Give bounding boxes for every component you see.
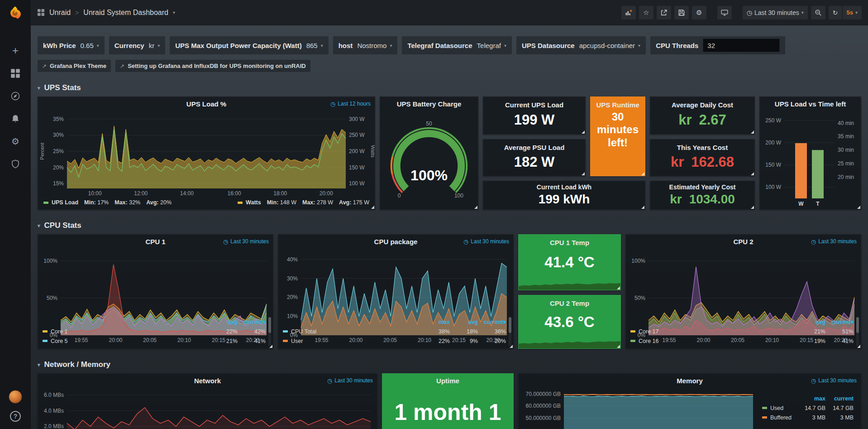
network-chart[interactable]: 2.0 MBs4.0 MBs6.0 MBs19:5520:0020:0520:1…	[38, 387, 377, 429]
grafana-logo[interactable]	[8, 0, 23, 26]
variable-host[interactable]: host Nostromo▾	[333, 36, 398, 54]
legend-swatch[interactable]	[283, 330, 288, 333]
panel-title[interactable]: Network	[194, 377, 221, 385]
configuration-gear-icon[interactable]: ⚙	[9, 135, 22, 148]
time-range-badge[interactable]: ◷ Last 30 minutes	[811, 374, 857, 387]
panel-title[interactable]: Estimated Yearly Cost	[650, 183, 754, 191]
cpu2-chart[interactable]: 0%50%100%19:5520:0020:0520:1020:1520:20	[626, 248, 861, 316]
section-cpu-stats[interactable]: ▾ CPU Stats	[38, 221, 861, 231]
time-picker[interactable]: ◷ Last 30 minutes ▾	[743, 6, 808, 19]
panel-title[interactable]: UPS Runtime	[591, 101, 645, 109]
legend-row[interactable]: Core 1721%51%	[630, 327, 854, 336]
panel-title[interactable]: CPU 1 Temp	[519, 239, 620, 246]
legend-item[interactable]: WattsMin: 148 WMax: 278 WAvg: 175 W	[238, 199, 369, 206]
legend-row[interactable]: Core 122%42%	[43, 327, 266, 336]
add-panel-button[interactable]	[621, 6, 636, 19]
section-ups-stats[interactable]: ▾ UPS Stats	[38, 83, 861, 93]
legend-swatch[interactable]	[630, 330, 635, 333]
alerting-bell-icon[interactable]	[9, 112, 22, 125]
cpu-threads-input[interactable]	[703, 39, 780, 52]
zoom-out-button[interactable]	[811, 6, 825, 19]
share-button[interactable]	[657, 6, 671, 19]
legend-swatch[interactable]	[43, 202, 48, 204]
section-network-memory[interactable]: ▾ Network / Memory	[38, 360, 861, 370]
variable-currency[interactable]: Currency kr▾	[109, 36, 165, 54]
panel-title[interactable]: UPS Load vs Time left	[775, 100, 846, 108]
legend-row[interactable]: Buffered3 MB3 MB	[762, 413, 854, 422]
variable-ups-max-output[interactable]: UPS Max Output Power Capacity (Watt) 865…	[170, 36, 329, 54]
ups-load-chart[interactable]: 15%20%25%30%35%100 W150 W200 W250 W300 W…	[38, 111, 375, 198]
refresh-interval-button[interactable]: 5s ▾	[842, 6, 862, 19]
panel-title[interactable]: Average Daily Cost	[650, 101, 754, 109]
star-button[interactable]: ☆	[639, 6, 653, 19]
legend-swatch[interactable]	[630, 340, 635, 342]
legend-column-max[interactable]: max	[422, 319, 450, 325]
legend-scrollbar[interactable]	[509, 317, 511, 346]
panel-title[interactable]: UPS Load %	[186, 100, 226, 108]
legend-column-current[interactable]: current	[825, 395, 854, 402]
legend-series-label[interactable]: UPS Load	[52, 199, 78, 206]
legend-column-current[interactable]: current▾	[478, 318, 506, 325]
variable-kwh-price[interactable]: kWh Price 0.65▾	[38, 36, 105, 54]
user-avatar[interactable]	[9, 390, 22, 404]
legend-scrollbar[interactable]	[268, 317, 271, 346]
help-icon[interactable]: ?	[10, 411, 21, 422]
legend-column-avg[interactable]: avg	[450, 319, 478, 325]
legend-scrollbar[interactable]	[856, 317, 859, 346]
time-range-badge[interactable]: ◷ Last 30 minutes	[327, 374, 373, 387]
legend-swatch[interactable]	[238, 202, 243, 204]
panel-title[interactable]: Memory	[677, 377, 703, 385]
legend-swatch[interactable]	[762, 416, 767, 419]
dashboard-settings-button[interactable]: ⚙	[692, 6, 706, 19]
time-range-badge[interactable]: ◷ Last 30 minutes	[223, 235, 269, 248]
refresh-button[interactable]: ↻	[829, 6, 842, 19]
panel-title[interactable]: CPU package	[374, 238, 418, 246]
save-button[interactable]	[674, 6, 689, 19]
time-range-badge[interactable]: ◷ Last 12 hours	[330, 97, 371, 111]
panel-title[interactable]: Current Load kWh	[483, 183, 645, 191]
tv-mode-button[interactable]	[717, 6, 732, 19]
panel-title[interactable]: CPU 1	[145, 238, 165, 246]
create-plus-icon[interactable]: +	[9, 44, 22, 57]
breadcrumb[interactable]: Unraid > Unraid System Dashboard ▾	[37, 9, 175, 17]
dashboard-title[interactable]: Unraid System Dashboard	[83, 9, 168, 17]
legend-item[interactable]: UPS LoadMin: 17%Max: 32%Avg: 20%	[43, 199, 172, 206]
explore-compass-icon[interactable]	[9, 90, 22, 102]
variable-ups-datasource[interactable]: UPS Datasource apcupsd-container▾	[516, 36, 646, 54]
legend-column-avg[interactable]: avg	[797, 319, 825, 325]
link-ups-monitoring-guide[interactable]: ↗ Setting up Grafana and InfluxDB for UP…	[115, 60, 310, 72]
dashboards-icon[interactable]	[9, 67, 22, 80]
panel-title[interactable]: CPU 2	[733, 238, 753, 246]
panel-title[interactable]: Current UPS Load	[483, 101, 585, 109]
panel-title[interactable]: This Years Cost	[650, 144, 754, 151]
panel-title[interactable]: UPS Battery Charge	[397, 100, 462, 108]
breadcrumb-app[interactable]: Unraid	[49, 9, 71, 17]
link-grafana-plex-theme[interactable]: ↗ Grafana Plex Theme	[38, 60, 111, 72]
legend-row[interactable]: Core 521%41%	[43, 336, 266, 346]
memory-chart[interactable]: 50.000000 GB60.000000 GB70.000000 GB19:5…	[519, 387, 758, 429]
legend-row[interactable]: Used14.7 GB14.7 GB	[762, 403, 854, 413]
admin-shield-icon[interactable]	[9, 158, 22, 170]
legend-swatch[interactable]	[762, 407, 767, 409]
legend-column-current[interactable]: current▾	[238, 318, 266, 325]
time-range-badge[interactable]: ◷ Last 30 minutes	[463, 235, 509, 248]
legend-row[interactable]: User22%9%20%	[283, 336, 506, 346]
legend-swatch[interactable]	[43, 330, 48, 333]
legend-column-max[interactable]: max	[797, 395, 825, 402]
panel-title[interactable]: Uptime	[436, 377, 459, 385]
legend-column-current[interactable]: current▾	[825, 318, 854, 325]
battery-gauge[interactable]: 050100100%	[380, 111, 478, 209]
legend-column-avg[interactable]: avg	[210, 319, 238, 325]
panel-title[interactable]: CPU 2 Temp	[519, 299, 620, 307]
variable-telegraf-datasource[interactable]: Telegraf Datasource Telegraf▾	[402, 36, 512, 54]
ups-bars-chart[interactable]: 100 W150 W200 W250 W20 min25 min30 min35…	[760, 111, 861, 209]
panel-title[interactable]: Average PSU Load	[483, 144, 585, 151]
cpu1-chart[interactable]: 0%50%100%19:5520:0020:0520:1020:1520:20	[38, 248, 273, 316]
legend-swatch[interactable]	[43, 340, 48, 342]
legend-row[interactable]: Core 1619%41%	[630, 336, 854, 346]
legend-series-label[interactable]: Watts	[246, 199, 261, 206]
time-range-badge[interactable]: ◷ Last 30 minutes	[811, 235, 857, 248]
cpu-package-chart[interactable]: 0%10%20%30%40%19:5520:0020:0520:1020:152…	[278, 248, 513, 316]
legend-swatch[interactable]	[283, 340, 288, 342]
legend-row[interactable]: CPU Total38%18%36%	[283, 327, 506, 336]
